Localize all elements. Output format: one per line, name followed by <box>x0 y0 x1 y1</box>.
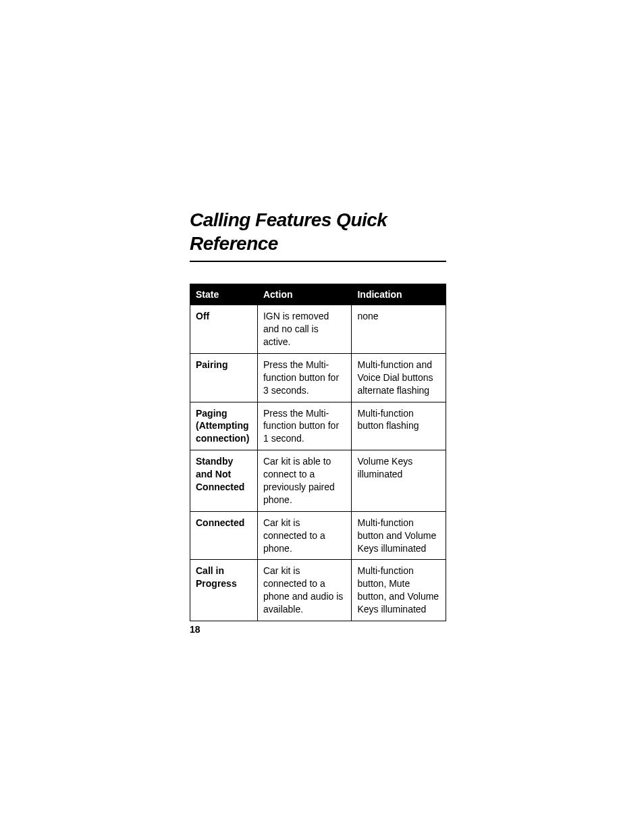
cell-indication: Multi-function button, Mute button, and … <box>352 560 446 621</box>
header-state: State <box>190 284 258 305</box>
table-row: Connected Car kit is connected to a phon… <box>190 511 446 560</box>
cell-indication: Multi-function and Voice Dial buttons al… <box>352 353 446 402</box>
cell-state: Call in Progress <box>190 560 258 621</box>
reference-table: State Action Indication Off IGN is remov… <box>190 284 446 621</box>
cell-indication: Multi-function button flashing <box>352 402 446 450</box>
page-title: Calling Features Quick Reference <box>190 208 460 255</box>
cell-indication: Volume Keys illuminated <box>352 450 446 512</box>
cell-action: Press the Multi-function button for 3 se… <box>257 353 352 402</box>
table-row: Standby and Not Connected Car kit is abl… <box>190 450 446 512</box>
table-row: Call in Progress Car kit is connected to… <box>190 560 446 621</box>
cell-state: Connected <box>190 511 258 560</box>
table-row: Off IGN is removed and no call is active… <box>190 305 446 354</box>
cell-action: Car kit is connected to a phone and audi… <box>257 560 352 621</box>
cell-state: Standby and Not Connected <box>190 450 258 512</box>
cell-state: Off <box>190 305 258 354</box>
cell-action: IGN is removed and no call is active. <box>257 305 352 354</box>
cell-state: Pairing <box>190 353 258 402</box>
header-action: Action <box>257 284 352 305</box>
header-indication: Indication <box>352 284 446 305</box>
cell-state: Paging (Attempting connection) <box>190 402 258 450</box>
cell-action: Car kit is connected to a phone. <box>257 511 352 560</box>
cell-action: Press the Multi-function button for 1 se… <box>257 402 352 450</box>
table-row: Paging (Attempting connection) Press the… <box>190 402 446 450</box>
page-content: Calling Features Quick Reference State A… <box>190 208 460 621</box>
cell-indication: none <box>352 305 446 354</box>
cell-action: Car kit is able to connect to a previous… <box>257 450 352 512</box>
table-row: Pairing Press the Multi-function button … <box>190 353 446 402</box>
table-header-row: State Action Indication <box>190 284 446 305</box>
cell-indication: Multi-function button and Volume Keys il… <box>352 511 446 560</box>
page-number: 18 <box>190 624 200 635</box>
title-underline <box>190 261 446 262</box>
